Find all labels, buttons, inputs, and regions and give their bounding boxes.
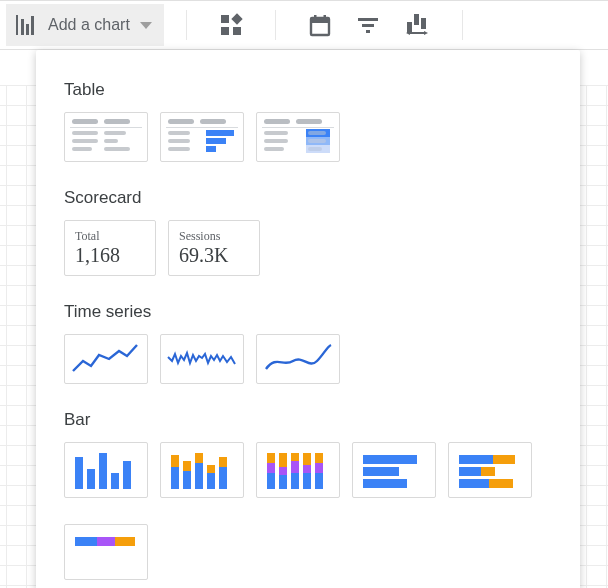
svg-rect-59	[195, 453, 203, 463]
toolbar-divider	[462, 10, 463, 40]
table-chart-option[interactable]	[64, 112, 148, 162]
svg-rect-0	[16, 15, 18, 35]
svg-rect-26	[72, 147, 92, 151]
add-chart-label: Add a chart	[48, 16, 130, 34]
toolbar: Add a chart	[0, 0, 608, 50]
svg-rect-89	[97, 537, 115, 546]
scorecard-label: Total	[75, 229, 145, 244]
svg-rect-87	[489, 479, 513, 488]
svg-rect-62	[219, 467, 227, 489]
svg-rect-6	[233, 27, 241, 35]
svg-rect-34	[206, 138, 226, 144]
svg-rect-5	[221, 27, 229, 35]
svg-rect-32	[206, 130, 234, 136]
svg-rect-36	[206, 146, 216, 152]
section-scorecard-label: Scorecard	[64, 188, 552, 208]
svg-rect-57	[183, 461, 191, 471]
svg-rect-12	[358, 18, 378, 21]
filter-button[interactable]	[346, 4, 390, 46]
svg-rect-85	[481, 467, 495, 476]
svg-rect-56	[183, 471, 191, 489]
svg-rect-73	[303, 453, 311, 465]
svg-rect-48	[308, 147, 322, 151]
svg-rect-83	[493, 455, 515, 464]
svg-rect-75	[303, 473, 311, 489]
bar-chart-icon	[16, 15, 38, 35]
svg-rect-65	[267, 463, 275, 473]
scorecard-value: 1,168	[75, 244, 145, 267]
svg-rect-67	[279, 453, 287, 467]
svg-rect-66	[267, 473, 275, 489]
svg-rect-77	[315, 463, 323, 473]
scorecard-compact-option[interactable]: Sessions 69.3K	[168, 220, 260, 276]
svg-rect-55	[171, 455, 179, 467]
svg-rect-25	[104, 139, 118, 143]
svg-rect-86	[459, 479, 489, 488]
svg-rect-22	[72, 131, 98, 135]
table-row	[64, 112, 552, 162]
svg-rect-82	[459, 455, 493, 464]
calendar-icon	[308, 13, 332, 37]
section-timeseries-label: Time series	[64, 302, 552, 322]
svg-rect-11	[323, 15, 326, 20]
svg-rect-64	[267, 453, 275, 463]
svg-rect-16	[421, 18, 426, 29]
bar-horizontal-stacked-option[interactable]	[448, 442, 532, 498]
svg-rect-3	[31, 16, 34, 35]
scorecard-option[interactable]: Total 1,168	[64, 220, 156, 276]
scorecard-value: 69.3K	[179, 244, 249, 267]
svg-rect-76	[315, 453, 323, 463]
community-visualizations-button[interactable]	[209, 4, 253, 46]
filter-icon	[356, 13, 380, 37]
svg-rect-33	[168, 139, 190, 143]
svg-rect-46	[308, 131, 326, 135]
svg-rect-80	[363, 467, 399, 476]
bar-column-option[interactable]	[64, 442, 148, 498]
svg-rect-50	[87, 469, 95, 489]
svg-rect-61	[207, 465, 215, 473]
toolbar-divider	[275, 10, 276, 40]
table-with-bars-option[interactable]	[160, 112, 244, 162]
svg-rect-49	[75, 457, 83, 489]
timeseries-smooth-option[interactable]	[256, 334, 340, 384]
timeseries-sparkline-option[interactable]	[160, 334, 244, 384]
scorecard-label: Sessions	[179, 229, 249, 244]
svg-rect-53	[123, 461, 131, 489]
svg-rect-90	[115, 537, 135, 546]
svg-rect-60	[207, 473, 215, 489]
svg-rect-31	[168, 131, 190, 135]
svg-rect-9	[311, 18, 329, 23]
svg-rect-74	[303, 465, 311, 473]
svg-rect-70	[291, 453, 299, 461]
bar-100-stacked-option[interactable]	[256, 442, 340, 498]
svg-rect-23	[104, 131, 126, 135]
toolbar-divider	[186, 10, 187, 40]
svg-rect-88	[75, 537, 97, 546]
table-with-heatmap-option[interactable]	[256, 112, 340, 162]
svg-rect-24	[72, 139, 98, 143]
bar-stacked-option[interactable]	[160, 442, 244, 498]
svg-rect-81	[363, 479, 407, 488]
bar-100-horizontal-option[interactable]	[64, 524, 148, 580]
timeseries-line-option[interactable]	[64, 334, 148, 384]
svg-rect-63	[219, 457, 227, 467]
date-range-button[interactable]	[298, 4, 342, 46]
svg-rect-21	[70, 127, 142, 128]
svg-rect-51	[99, 453, 107, 489]
add-chart-panel: Table	[36, 50, 580, 588]
chevron-down-icon	[140, 22, 152, 29]
svg-rect-69	[279, 475, 287, 489]
svg-rect-40	[264, 131, 288, 135]
svg-rect-29	[200, 119, 226, 124]
data-control-button[interactable]	[394, 4, 440, 46]
svg-rect-79	[363, 455, 417, 464]
svg-rect-13	[362, 24, 374, 27]
svg-rect-68	[279, 467, 287, 475]
squares-icon	[219, 13, 243, 37]
bar-horizontal-option[interactable]	[352, 442, 436, 498]
svg-rect-7	[231, 13, 242, 24]
add-chart-button[interactable]: Add a chart	[6, 4, 164, 46]
bar-row	[64, 442, 552, 498]
svg-rect-30	[166, 127, 238, 128]
scorecard-row: Total 1,168 Sessions 69.3K	[64, 220, 552, 276]
